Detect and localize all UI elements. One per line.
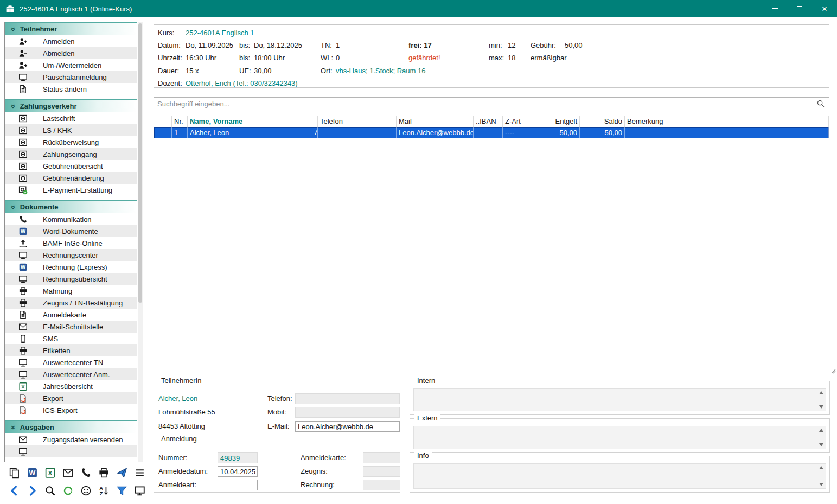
telefon-field[interactable] [295,393,400,404]
cell-name[interactable]: Aicher, Leon [188,127,312,138]
resize-grip-icon[interactable] [830,366,836,374]
toolbar-forward-button[interactable] [25,483,40,498]
info-textarea[interactable] [413,463,826,489]
toolbar-zoom-button[interactable] [43,483,58,498]
sidebar-item[interactable]: Gebührenänderung [5,172,137,184]
sidebar-item[interactable]: Pauschalanmeldung [5,71,137,83]
scroll-up-icon[interactable] [819,391,823,394]
search-icon[interactable] [816,99,825,108]
toolbar-excel-button[interactable]: X [43,465,58,480]
intern-textarea[interactable] [413,388,826,411]
toolbar-send-button[interactable] [114,465,130,480]
scroll-up-icon[interactable] [819,429,823,432]
minimize-button[interactable] [762,0,787,17]
toolbar-mail-button[interactable] [61,465,76,480]
scroll-up-icon[interactable] [819,466,823,469]
sidebar-item[interactable] [5,445,137,457]
sidebar-item[interactable]: WWord-Dokumente [5,225,137,237]
toolbar-sort-button[interactable]: AZ [97,483,112,498]
sidebar-item[interactable]: LS / KHK [5,124,137,136]
cell-iban[interactable] [474,127,503,138]
sidebar-section-header[interactable]: »Dokumente [5,200,137,213]
sidebar-item[interactable]: Export [5,392,137,404]
toolbar-menu-button[interactable] [132,465,148,480]
sidebar-item[interactable]: Status ändern [5,83,137,95]
anmeldekarte-field[interactable] [363,452,400,463]
scrollbar-thumb[interactable] [138,23,142,303]
column-header-mail[interactable]: Mail [397,116,474,127]
sidebar-item[interactable]: Lastschrift [5,112,137,124]
sidebar-item[interactable]: Zeugnis / TN-Bestätigung [5,297,137,309]
participant-name-link[interactable]: Aicher, Leon [158,394,197,403]
extern-textarea[interactable] [413,426,826,449]
sidebar-item[interactable]: BAMF InGe-Online [5,237,137,249]
column-header-entgelt[interactable]: Entgelt [535,116,580,127]
sidebar-item[interactable]: E-Mail-Schnittstelle [5,321,137,333]
sidebar-section-header[interactable]: »Zahlungsverkehr [5,99,137,112]
cell-telefon[interactable] [318,127,397,138]
sidebar-item[interactable]: Um-/Weitermelden [5,59,137,71]
sidebar-section-header[interactable]: »Ausgaben [5,420,137,433]
sidebar-item[interactable]: XJahresübersicht [5,380,137,392]
cell-zart[interactable]: ---- [503,127,535,138]
anmeldeart-field[interactable] [218,480,258,490]
cell-bemerkung[interactable] [625,127,829,138]
sidebar-item[interactable]: Zahlungseingang [5,148,137,160]
rechnung-field[interactable] [363,480,400,490]
table-row-selected[interactable]: 1Aicher, LeonALeon.Aicher@webbb.de----50… [154,127,829,138]
column-header-blank[interactable] [312,116,318,127]
maximize-button[interactable] [787,0,812,17]
zeugnis-field[interactable] [363,466,400,477]
nummer-value[interactable]: 49839 [220,454,240,462]
column-header-name-vorname[interactable]: Name, Vorname [188,116,312,127]
anmeldedatum-field[interactable]: 10.04.2025 [218,466,258,477]
sidebar-item[interactable]: WRechnung (Express) [5,261,137,273]
sidebar-item[interactable]: Abmelden [5,47,137,59]
sidebar-item[interactable]: Anmelden [5,35,137,47]
sidebar-section-header[interactable]: »Teilnehmer [5,22,137,35]
column-header-telefon[interactable]: Telefon [318,116,397,127]
sidebar-item[interactable]: Auswertecenter TN [5,356,137,368]
scroll-down-icon[interactable] [819,483,823,486]
toolbar-smiley-button[interactable] [79,483,94,498]
toolbar-filter-button[interactable] [114,483,130,498]
sidebar-item[interactable]: SMS [5,333,137,344]
cell-sel[interactable] [154,127,172,138]
search-input[interactable] [154,98,813,110]
toolbar-back-button[interactable] [7,483,22,498]
mobil-field[interactable] [295,407,400,418]
toolbar-phone-button[interactable] [79,465,94,480]
sidebar-scrollbar[interactable] [138,22,143,462]
close-button[interactable]: ✕ [812,0,837,17]
cell-mail[interactable]: Leon.Aicher@webbb.de [397,127,474,138]
column-header-bemerkung[interactable]: Bemerkung [625,116,829,127]
column-header-blank[interactable] [154,116,172,127]
toolbar-word-button[interactable]: W [25,465,40,480]
nummer-field[interactable]: 49839 [218,452,258,463]
sidebar-item[interactable]: Mahnung [5,285,137,297]
sidebar-item[interactable]: Zugangsdaten versenden [5,433,137,445]
sidebar-item[interactable]: Etiketten [5,344,137,356]
scroll-down-icon[interactable] [819,405,823,409]
email-field[interactable]: Leon.Aicher@webbb.de [295,421,400,432]
sidebar-item[interactable]: ICS-Export [5,404,137,416]
sidebar-item[interactable]: Rechnungsübersicht [5,273,137,285]
toolbar-monitor-button[interactable] [132,483,148,498]
cell-nr[interactable]: 1 [172,127,188,138]
dozent-link[interactable]: Otterhof, Erich (Tel.: 030/32342343) [186,79,298,87]
sidebar-item[interactable]: Anmeldekarte [5,309,137,321]
sidebar-item[interactable]: Auswertecenter Anm. [5,368,137,380]
column-header-nr-[interactable]: Nr. [172,116,188,127]
cell-entgelt[interactable]: 50,00 [535,127,580,138]
cell-flag[interactable]: A [312,127,318,138]
column-header--iban[interactable]: ..IBAN [474,116,503,127]
scroll-down-icon[interactable] [819,443,823,446]
column-header-z-art[interactable]: Z-Art [503,116,535,127]
sidebar-item[interactable]: Rücküberweisung [5,136,137,148]
column-header-saldo[interactable]: Saldo [580,116,625,127]
toolbar-print-button[interactable] [97,465,112,480]
kurs-link[interactable]: 252-4601A Englisch 1 [186,29,254,37]
toolbar-copy-button[interactable] [7,465,22,480]
cell-saldo[interactable]: 50,00 [580,127,625,138]
ort-link[interactable]: vhs-Haus; 1.Stock; Raum 16 [336,67,425,75]
